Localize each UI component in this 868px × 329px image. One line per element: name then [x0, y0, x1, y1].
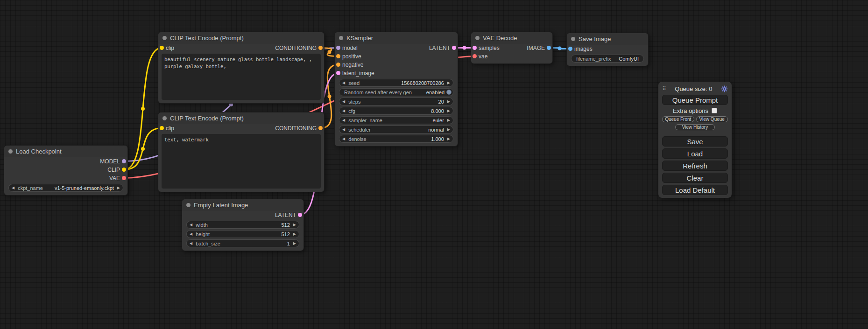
collapse-dot-icon[interactable] [571, 37, 575, 41]
random-seed-toggle-widget[interactable]: Random seed after every gen enabled [339, 88, 453, 96]
images-input-port[interactable] [568, 47, 572, 51]
widget-label: steps [348, 99, 360, 105]
save-image-node[interactable]: Save Image images filename_prefix ComfyU… [566, 33, 649, 66]
increment-arrow-icon[interactable]: ▶ [447, 81, 450, 85]
scheduler-widget[interactable]: ◀ scheduler normal ▶ [339, 126, 453, 133]
decrement-arrow-icon[interactable]: ◀ [342, 119, 345, 122]
input-label: vae [479, 53, 487, 60]
decrement-arrow-icon[interactable]: ◀ [190, 223, 192, 227]
clip-input-port[interactable] [160, 46, 164, 50]
widget-value: v1-5-pruned-emaonly.ckpt [55, 185, 114, 191]
decrement-arrow-icon[interactable]: ◀ [342, 137, 345, 141]
ksampler-node[interactable]: KSampler model LATENT positive negative … [334, 32, 458, 147]
collapse-dot-icon[interactable] [162, 116, 167, 120]
clip-text-encode-positive-node[interactable]: CLIP Text Encode (Prompt) clip CONDITION… [158, 32, 325, 104]
decrement-arrow-icon[interactable]: ◀ [342, 128, 345, 132]
output-label: CLIP [107, 167, 120, 173]
increment-arrow-icon[interactable]: ▶ [293, 232, 296, 236]
view-history-button[interactable]: View History [675, 124, 715, 130]
widget-value: 156680208700286 [401, 80, 444, 86]
load-checkpoint-node[interactable]: Load Checkpoint MODEL CLIP VAE ◀ ckpt_na… [4, 145, 128, 196]
empty-latent-image-node[interactable]: Empty Latent Image LATENT ◀ width 512 ▶ … [182, 199, 304, 251]
queue-front-button[interactable]: Queue Front [662, 116, 694, 122]
view-queue-button[interactable]: View Queue [696, 116, 728, 122]
seed-widget[interactable]: ◀ seed 156680208700286 ▶ [339, 79, 453, 87]
node-header[interactable]: CLIP Text Encode (Prompt) [158, 32, 324, 44]
node-title: Load Checkpoint [16, 148, 62, 155]
latent-output-port[interactable] [452, 46, 456, 50]
clip-text-encode-negative-node[interactable]: CLIP Text Encode (Prompt) clip CONDITION… [158, 112, 325, 192]
batch-size-widget[interactable]: ◀ batch_size 1 ▶ [186, 239, 299, 247]
extra-options-checkbox[interactable] [712, 108, 717, 113]
sampler-name-widget[interactable]: ◀ sampler_name euler ▶ [339, 116, 453, 124]
drag-handle-icon[interactable]: ⠿ [662, 86, 666, 91]
extra-options-label: Extra options [673, 107, 708, 114]
decrement-arrow-icon[interactable]: ◀ [12, 186, 14, 190]
toggle-knob[interactable] [446, 90, 452, 95]
node-header[interactable]: Save Image [567, 33, 648, 45]
positive-input-port[interactable] [336, 54, 340, 58]
latent-output-port[interactable] [298, 213, 302, 217]
filename-prefix-widget[interactable]: filename_prefix ComfyUI [571, 55, 644, 63]
negative-input-port[interactable] [336, 63, 340, 67]
collapse-dot-icon[interactable] [475, 36, 480, 40]
collapse-dot-icon[interactable] [8, 149, 13, 154]
settings-gear-icon[interactable] [721, 85, 728, 92]
width-widget[interactable]: ◀ width 512 ▶ [186, 221, 299, 229]
node-graph-canvas[interactable]: Load Checkpoint MODEL CLIP VAE ◀ ckpt_na… [0, 0, 868, 329]
decrement-arrow-icon[interactable]: ◀ [190, 232, 192, 236]
vae-output-port[interactable] [122, 176, 126, 180]
decrement-arrow-icon[interactable]: ◀ [342, 100, 345, 104]
ckpt-name-widget[interactable]: ◀ ckpt_name v1-5-pruned-emaonly.ckpt ▶ [8, 184, 123, 192]
widget-label: denoise [348, 136, 367, 142]
clip-input-port[interactable] [160, 126, 164, 130]
positive-prompt-textarea[interactable]: beautiful scenery nature glass bottle la… [162, 54, 321, 100]
widget-label: batch_size [196, 241, 220, 246]
increment-arrow-icon[interactable]: ▶ [447, 128, 450, 132]
load-button[interactable]: Load [662, 148, 728, 159]
model-input-port[interactable] [336, 46, 340, 50]
queue-prompt-button[interactable]: Queue Prompt [662, 95, 728, 105]
increment-arrow-icon[interactable]: ▶ [293, 223, 296, 227]
increment-arrow-icon[interactable]: ▶ [447, 100, 450, 104]
widget-value: 8.000 [431, 108, 444, 114]
collapse-dot-icon[interactable] [339, 36, 343, 40]
steps-widget[interactable]: ◀ steps 20 ▶ [339, 98, 453, 105]
increment-arrow-icon[interactable]: ▶ [447, 137, 450, 141]
queue-menu-panel: ⠿ Queue size: 0 [658, 82, 732, 198]
height-widget[interactable]: ◀ height 512 ▶ [186, 230, 299, 238]
model-output-port[interactable] [122, 159, 126, 163]
decrement-arrow-icon[interactable]: ◀ [190, 242, 192, 245]
conditioning-output-port[interactable] [318, 46, 323, 50]
conditioning-output-port[interactable] [318, 126, 323, 130]
widget-label: seed [348, 80, 360, 86]
load-default-button[interactable]: Load Default [662, 185, 728, 195]
negative-prompt-textarea[interactable]: text, watermark [162, 134, 321, 189]
decrement-arrow-icon[interactable]: ◀ [342, 109, 345, 113]
samples-input-port[interactable] [473, 46, 477, 50]
increment-arrow-icon[interactable]: ▶ [117, 186, 120, 190]
node-header[interactable]: KSampler [335, 32, 458, 44]
widget-label: cfg [348, 108, 355, 114]
collapse-dot-icon[interactable] [162, 36, 167, 40]
clear-button[interactable]: Clear [662, 173, 728, 183]
increment-arrow-icon[interactable]: ▶ [447, 109, 450, 113]
node-header[interactable]: Load Checkpoint [4, 146, 127, 157]
vae-decode-node[interactable]: VAE Decode samples IMAGE vae [471, 32, 553, 64]
vae-input-port[interactable] [473, 54, 477, 58]
widget-value: 20 [438, 99, 444, 105]
refresh-button[interactable]: Refresh [662, 161, 728, 171]
increment-arrow-icon[interactable]: ▶ [447, 119, 450, 122]
node-header[interactable]: Empty Latent Image [182, 199, 303, 211]
node-header[interactable]: CLIP Text Encode (Prompt) [158, 112, 324, 124]
node-header[interactable]: VAE Decode [471, 32, 552, 44]
increment-arrow-icon[interactable]: ▶ [293, 242, 296, 245]
save-button[interactable]: Save [662, 136, 728, 147]
image-output-port[interactable] [547, 46, 551, 50]
denoise-widget[interactable]: ◀ denoise 1.000 ▶ [339, 135, 453, 143]
cfg-widget[interactable]: ◀ cfg 8.000 ▶ [339, 107, 453, 115]
latent-image-input-port[interactable] [336, 71, 340, 75]
clip-output-port[interactable] [122, 168, 126, 172]
collapse-dot-icon[interactable] [186, 203, 191, 207]
decrement-arrow-icon[interactable]: ◀ [342, 81, 345, 85]
